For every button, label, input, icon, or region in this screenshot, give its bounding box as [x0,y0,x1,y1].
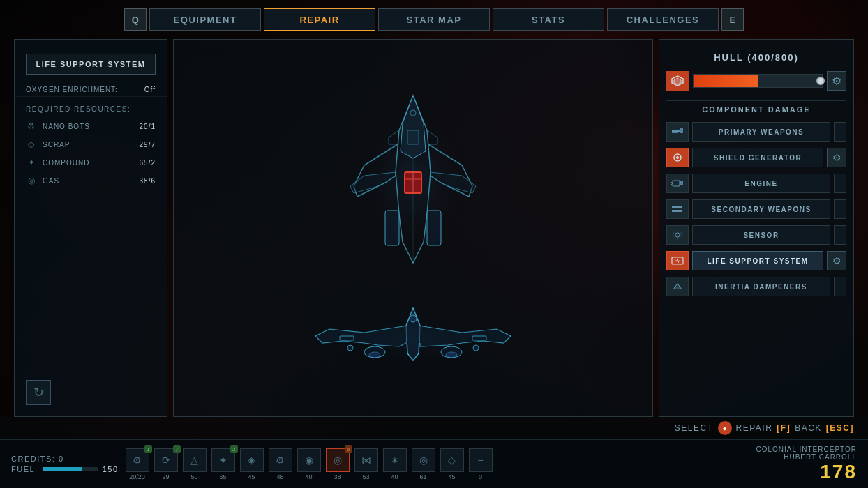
svg-point-18 [473,345,479,351]
scrap-icon: ◇ [26,139,37,150]
hull-gear-button[interactable]: ⚙ [827,71,846,91]
svg-rect-25 [680,181,683,185]
comp-secondary-weapons[interactable]: SECONDARY WEAPONS [666,198,846,220]
comp-engine[interactable]: ENGINE [666,172,846,195]
hull-bar-fill [694,75,758,87]
comp-shield-generator[interactable]: SHIELD GENERATOR ⚙ [666,146,846,169]
comp-inertia-dampeners[interactable]: INERTIA DAMPENERS [666,275,846,298]
resource-slot-1[interactable]: ⟳7 29 [153,448,179,480]
svg-rect-15 [472,336,486,340]
slot-10-icon: ◎ [412,448,435,472]
resource-slot-9[interactable]: ✶ 40 [382,448,408,480]
ship-name: COLONIAL INTERCEPTOR [745,445,857,453]
primary-weapons-btn[interactable]: PRIMARY WEAPONS [692,122,830,142]
svg-point-17 [347,345,353,351]
svg-rect-21 [672,132,678,133]
gas-label: GAS [43,177,140,185]
inertia-dampeners-status [834,277,846,296]
resource-nano-bots: ⚙ NANO BOTS 20/1 [15,117,167,135]
nano-bots-value: 20/1 [140,123,156,130]
fuel-value: 150 [103,465,119,473]
resource-slot-6[interactable]: ◉ 40 [296,448,322,480]
life-support-btn[interactable]: LIFE SUPPORT SYSTEM [692,251,823,270]
svg-point-23 [676,156,679,159]
svg-point-16 [410,315,417,322]
sensor-status [834,225,846,245]
ship-top-view [315,75,511,284]
back-key[interactable]: [ESC] [826,423,854,433]
resource-slot-12[interactable]: − 0 [467,448,494,480]
compound-label: COMPOUND [43,159,140,167]
resource-slot-4[interactable]: ◈ 45 [239,448,265,480]
resource-slot-3[interactable]: ✦2 65 [210,448,237,480]
shield-generator-icon [666,148,689,167]
resource-slot-0[interactable]: ⚙1 20/20 [124,448,151,480]
svg-rect-2 [427,211,441,245]
resource-slot-7[interactable]: ◎6 38 [324,448,351,480]
slot-2-count: 50 [191,473,198,480]
life-support-gear[interactable]: ⚙ [827,251,846,270]
hull-bar-row: ⚙ [666,71,846,91]
repair-key[interactable]: [F] [777,423,791,433]
sensor-btn[interactable]: SENSOR [692,225,830,245]
content-area: LIFE SUPPORT SYSTEM OXYGEN ENRICHMENT: O… [0,39,868,417]
nav-key-q[interactable]: Q [124,8,147,31]
comp-life-support[interactable]: LIFE SUPPORT SYSTEM ⚙ [666,250,846,272]
tab-challenges[interactable]: CHALLENGES [607,8,719,31]
engine-btn[interactable]: ENGINE [692,174,830,193]
gas-icon: ◎ [26,175,37,186]
shield-generator-btn[interactable]: SHIELD GENERATOR [692,148,823,167]
score: 178 [745,461,857,483]
resource-slot-11[interactable]: ◇ 45 [439,448,465,480]
slot-10-count: 61 [420,473,427,480]
fuel-row: FUEL: 150 [11,465,119,473]
resources-title: REQUIRED RESOURCES: [15,97,167,117]
resource-scrap: ◇ SCRAP 29/7 [15,135,167,153]
slot-12-count: 0 [479,473,482,480]
slot-5-icon: ⚙ [269,448,292,472]
svg-point-29 [673,231,682,239]
nav-key-e[interactable]: E [721,8,744,31]
ship-view [173,39,653,417]
shield-generator-gear[interactable]: ⚙ [827,148,846,167]
hull-title: HULL (400/800) [666,47,846,71]
comp-sensor[interactable]: SENSOR [666,224,846,246]
ship-container [287,61,539,395]
slot-7-icon: ◎6 [326,448,350,472]
right-panel: HULL (400/800) ⚙ COMPONENT DAMAGE [659,39,854,417]
secondary-weapons-icon [666,199,689,219]
hull-icon [666,71,689,91]
svg-rect-27 [672,210,682,212]
player-info: COLONIAL INTERCEPTOR HUBERT CARROLL 178 [745,445,857,483]
comp-primary-weapons[interactable]: PRIMARY WEAPONS [666,121,846,143]
svg-rect-14 [340,336,354,340]
resource-slot-10[interactable]: ◎ 61 [410,448,437,480]
slot-8-count: 53 [363,473,370,480]
secondary-weapons-status [834,199,846,219]
resource-slot-2[interactable]: △ 50 [181,448,208,480]
resource-slots: ⚙1 20/20 ⟳7 29 △ 50 ✦2 65 ◈ 45 ⚙ 48 [124,448,740,480]
oxygen-label: OXYGEN ENRICHMENT: [26,86,144,93]
resource-slot-5[interactable]: ⚙ 48 [267,448,294,480]
engine-status [834,174,846,193]
credits-value: 0 [59,455,64,463]
slot-1-icon: ⟳7 [154,448,178,472]
resource-slot-8[interactable]: ⋈ 53 [353,448,380,480]
secondary-weapons-btn[interactable]: SECONDARY WEAPONS [692,199,830,219]
tab-equipment[interactable]: EQUIPMENT [149,8,261,31]
tab-star-map[interactable]: STAR MAP [378,8,490,31]
tab-stats[interactable]: STATS [493,8,604,31]
slot-2-icon: △ [183,448,207,472]
svg-rect-1 [385,211,399,245]
slot-1-count: 29 [163,473,170,480]
slot-0-icon: ⚙1 [126,448,149,472]
slot-8-icon: ⋈ [354,448,378,472]
svg-rect-20 [680,128,683,133]
nano-bots-icon: ⚙ [26,121,37,132]
tab-repair[interactable]: REPAIR [264,8,375,31]
recycle-button[interactable]: ↻ [26,380,51,405]
slot-3-count: 65 [220,473,227,480]
slot-3-icon: ✦2 [211,448,235,472]
inertia-dampeners-btn[interactable]: INERTIA DAMPENERS [692,277,830,296]
repair-label: REPAIR [736,423,773,433]
